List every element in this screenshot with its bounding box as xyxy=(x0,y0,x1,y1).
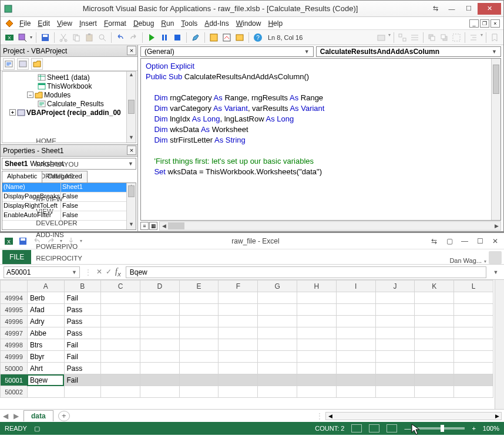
save-icon[interactable] xyxy=(40,32,51,43)
restore-down-duplicate-icon[interactable]: ⇆ xyxy=(427,3,443,15)
break-icon[interactable] xyxy=(159,32,170,43)
send-back-icon[interactable] xyxy=(439,32,449,43)
cell[interactable] xyxy=(454,316,493,327)
cell[interactable] xyxy=(258,292,297,304)
object-browser-icon[interactable] xyxy=(234,32,245,43)
project-explorer-icon[interactable] xyxy=(209,32,219,43)
row-header[interactable]: 50001 xyxy=(1,374,28,386)
cell[interactable] xyxy=(297,374,337,386)
cell[interactable]: Pass xyxy=(64,363,101,374)
copy-icon[interactable] xyxy=(71,32,82,43)
menu-tools[interactable]: Tools xyxy=(177,18,201,29)
properties-grid[interactable]: (Name)Sheet1DisplayPageBreaksFalseDispla… xyxy=(2,182,136,230)
tab-file[interactable]: FILE xyxy=(2,250,31,264)
cell[interactable] xyxy=(179,339,219,351)
cell[interactable] xyxy=(258,304,297,316)
indent-icon[interactable] xyxy=(468,32,479,43)
cell[interactable] xyxy=(336,292,375,304)
maximize-button[interactable]: ☐ xyxy=(461,3,477,15)
row-header[interactable]: 49994 xyxy=(1,292,28,304)
cut-icon[interactable] xyxy=(58,32,69,43)
cell[interactable] xyxy=(258,351,297,363)
cell[interactable] xyxy=(258,374,297,386)
tree-item[interactable]: Sheet1 (data) xyxy=(2,73,136,82)
table-row[interactable]: 49998BtrsFail xyxy=(1,339,493,351)
cell[interactable] xyxy=(258,363,297,374)
cell[interactable] xyxy=(140,316,179,327)
cell[interactable] xyxy=(258,316,297,327)
code-vertical-scrollbar[interactable] xyxy=(491,59,500,220)
menu-insert[interactable]: Insert xyxy=(76,18,100,29)
cell[interactable] xyxy=(297,363,337,374)
cell[interactable] xyxy=(375,292,415,304)
column-header-I[interactable]: I xyxy=(336,280,375,292)
cell[interactable] xyxy=(140,304,179,316)
table-row[interactable]: 49995AfadPass xyxy=(1,304,493,316)
cell[interactable] xyxy=(415,363,454,374)
tree-item[interactable]: ThisWorkbook xyxy=(2,82,136,90)
project-tree[interactable]: Sheet1 (data)ThisWorkbook−ModulesCalcula… xyxy=(2,71,136,143)
cell[interactable] xyxy=(415,327,454,339)
table-row[interactable]: 49997AbbePass xyxy=(1,327,493,339)
menu-view[interactable]: View xyxy=(53,18,76,29)
cell[interactable]: Afad xyxy=(27,304,64,316)
cell[interactable] xyxy=(336,374,375,386)
cell[interactable] xyxy=(101,363,140,374)
tab-order-icon[interactable] xyxy=(397,32,408,43)
row-header[interactable]: 49996 xyxy=(1,316,28,327)
undo-icon[interactable] xyxy=(32,236,42,246)
new-sheet-button[interactable]: + xyxy=(58,411,70,421)
column-header-F[interactable]: F xyxy=(219,280,258,292)
minimize-button[interactable]: — xyxy=(443,3,460,15)
cell[interactable] xyxy=(336,304,375,316)
row-header[interactable]: 49999 xyxy=(1,351,28,363)
name-box[interactable]: A50001 ▼ xyxy=(4,266,80,278)
user-menu-chevron-icon[interactable]: ▾ xyxy=(484,259,486,264)
cell[interactable] xyxy=(375,363,415,374)
table-row[interactable]: 50002 xyxy=(1,386,493,398)
column-header-K[interactable]: K xyxy=(415,280,454,292)
user-avatar[interactable] xyxy=(489,251,502,264)
worksheet-grid[interactable]: ABCDEFGHIJKL 49994BerbFail49995AfadPass4… xyxy=(0,280,495,409)
cell[interactable] xyxy=(375,374,415,386)
cell[interactable] xyxy=(415,351,454,363)
cell[interactable] xyxy=(258,327,297,339)
cell[interactable] xyxy=(101,316,140,327)
bookmarks-icon[interactable] xyxy=(489,32,500,43)
cell[interactable] xyxy=(375,386,415,398)
page-layout-view-button[interactable] xyxy=(369,424,379,432)
column-header-A[interactable]: A xyxy=(27,280,64,292)
column-header-J[interactable]: J xyxy=(375,280,415,292)
procedure-view-button[interactable]: ≡ xyxy=(140,222,149,230)
cell[interactable] xyxy=(297,386,337,398)
cell[interactable] xyxy=(140,292,179,304)
design-mode-icon[interactable] xyxy=(190,32,201,43)
cell[interactable] xyxy=(297,304,337,316)
mdi-restore-button[interactable]: ❐ xyxy=(480,19,489,28)
redo-icon[interactable] xyxy=(46,236,56,246)
save-icon[interactable] xyxy=(18,236,28,246)
cell[interactable] xyxy=(140,339,179,351)
cell[interactable]: Bqew xyxy=(27,374,64,386)
column-header-G[interactable]: G xyxy=(258,280,297,292)
tab-page-layou[interactable]: PAGE LAYOU xyxy=(31,158,87,170)
cell[interactable] xyxy=(454,304,493,316)
project-pane-close-button[interactable]: × xyxy=(127,46,136,55)
menu-run[interactable]: Run xyxy=(157,18,177,29)
zoom-out-button[interactable]: — xyxy=(404,425,411,432)
code-horizontal-scrollbar[interactable]: ◀ ▶ xyxy=(159,221,501,231)
cell[interactable] xyxy=(297,351,337,363)
column-header-H[interactable]: H xyxy=(297,280,337,292)
reset-icon[interactable] xyxy=(172,32,183,43)
menu-format[interactable]: Format xyxy=(100,18,130,29)
cell[interactable]: Fail xyxy=(64,351,101,363)
cell[interactable] xyxy=(336,363,375,374)
help-icon[interactable]: ? xyxy=(253,32,263,43)
cell[interactable]: Pass xyxy=(64,327,101,339)
view-object-icon[interactable] xyxy=(17,58,29,70)
cell[interactable] xyxy=(375,304,415,316)
cell[interactable]: Bbyr xyxy=(27,351,64,363)
run-icon[interactable] xyxy=(146,32,157,43)
cell[interactable] xyxy=(179,316,219,327)
cell[interactable] xyxy=(297,339,337,351)
